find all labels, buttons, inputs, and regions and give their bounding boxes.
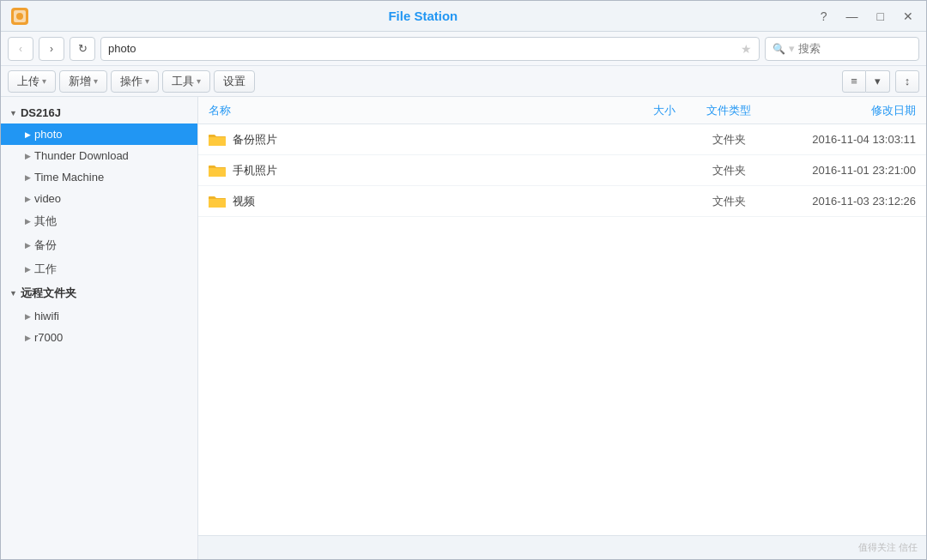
col-size-header[interactable]: 大小 [617, 103, 686, 118]
timemachine-expand-icon: ▶ [25, 173, 31, 182]
table-row[interactable]: 备份照片 文件夹 2016-11-04 13:03:11 [198, 124, 926, 155]
other-label: 其他 [34, 214, 57, 229]
sidebar-section-remote[interactable]: ▼ 远程文件夹 [1, 281, 197, 305]
address-input[interactable] [108, 42, 741, 55]
svg-point-2 [16, 13, 23, 20]
file-type-cell: 文件夹 [686, 163, 772, 178]
folder-icon [209, 164, 226, 178]
timemachine-label: Time Machine [34, 171, 104, 184]
search-dropdown-icon[interactable]: ▾ [789, 42, 795, 55]
thunder-label: Thunder Download [34, 149, 129, 162]
table-row[interactable]: 手机照片 文件夹 2016-11-01 23:21:00 [198, 155, 926, 186]
folder-icon [209, 133, 226, 147]
new-arrow: ▾ [94, 76, 98, 86]
new-button[interactable]: 新增 ▾ [59, 70, 107, 93]
main-content: ▼ DS216J ▶ photo ▶ Thunder Download ▶ Ti… [1, 97, 926, 559]
file-type-cell: 文件夹 [686, 132, 772, 148]
sidebar-item-thunder[interactable]: ▶ Thunder Download [1, 145, 197, 166]
file-date-cell: 2016-11-01 23:21:00 [772, 164, 926, 177]
navigation-toolbar: ‹ › ↻ ★ 🔍 ▾ [1, 32, 926, 66]
view-dropdown-button[interactable]: ▾ [866, 70, 890, 93]
filelist-body: 备份照片 文件夹 2016-11-04 13:03:11 手机照片 [198, 124, 926, 535]
sidebar-item-photo[interactable]: ▶ photo [1, 123, 197, 145]
sidebar-item-backup[interactable]: ▶ 备份 [1, 233, 197, 257]
file-list: 名称 大小 文件类型 修改日期 备份照片 文件夹 2 [198, 97, 926, 559]
minimize-button[interactable]: — [842, 8, 863, 25]
titlebar: File Station ? — □ ✕ [1, 1, 926, 32]
work-expand-icon: ▶ [25, 265, 31, 274]
sidebar: ▼ DS216J ▶ photo ▶ Thunder Download ▶ Ti… [1, 97, 198, 559]
file-date-cell: 2016-11-03 23:12:26 [772, 195, 926, 208]
thunder-expand-icon: ▶ [25, 152, 31, 160]
search-input[interactable] [798, 42, 884, 55]
sort-button[interactable]: ↕ [895, 70, 919, 93]
filelist-header: 名称 大小 文件类型 修改日期 [198, 97, 926, 124]
back-button[interactable]: ‹ [8, 37, 33, 61]
file-name-cell: 视频 [198, 194, 617, 209]
list-view-button[interactable]: ≡ [842, 70, 866, 93]
tools-arrow: ▾ [197, 76, 201, 86]
other-expand-icon: ▶ [25, 217, 31, 226]
file-date-cell: 2016-11-04 13:03:11 [772, 133, 926, 146]
view-button-group: ≡ ▾ [842, 70, 890, 93]
backup-label: 备份 [34, 238, 57, 253]
address-bar: ★ [100, 37, 760, 61]
hiwifi-expand-icon: ▶ [25, 312, 31, 321]
watermark-text: 值得关注 信任 [858, 541, 918, 554]
r7000-label: r7000 [34, 331, 63, 344]
photo-expand-icon: ▶ [25, 130, 31, 139]
hiwifi-label: hiwifi [34, 310, 59, 322]
app-icon [9, 6, 30, 27]
tools-button[interactable]: 工具 ▾ [162, 70, 210, 93]
file-name-cell: 备份照片 [198, 132, 617, 148]
sidebar-item-timemachine[interactable]: ▶ Time Machine [1, 166, 197, 188]
forward-button[interactable]: › [39, 37, 64, 61]
file-type-cell: 文件夹 [686, 194, 772, 209]
settings-button[interactable]: 设置 [214, 70, 255, 93]
upload-arrow: ▾ [42, 76, 46, 86]
window-title: File Station [30, 9, 816, 23]
close-button[interactable]: ✕ [899, 8, 918, 25]
ds216j-label: DS216J [21, 106, 61, 119]
favorite-icon[interactable]: ★ [741, 42, 752, 56]
search-icon: 🔍 [772, 43, 785, 55]
photo-label: photo [34, 128, 63, 141]
window-controls: ? — □ ✕ [816, 8, 918, 25]
sidebar-item-video[interactable]: ▶ video [1, 188, 197, 209]
search-bar: 🔍 ▾ [765, 37, 919, 61]
col-date-header[interactable]: 修改日期 [772, 103, 926, 118]
col-name-header[interactable]: 名称 [198, 103, 617, 118]
sidebar-item-work[interactable]: ▶ 工作 [1, 257, 197, 281]
statusbar: 值得关注 信任 [198, 535, 926, 559]
remote-collapse-icon: ▼ [9, 289, 17, 298]
table-row[interactable]: 视频 文件夹 2016-11-03 23:12:26 [198, 186, 926, 217]
folder-icon [209, 195, 226, 208]
view-controls: ≡ ▾ ↕ [842, 70, 919, 93]
backup-expand-icon: ▶ [25, 241, 31, 250]
action-arrow: ▾ [145, 76, 149, 86]
action-button[interactable]: 操作 ▾ [111, 70, 159, 93]
action-toolbar: 上传 ▾ 新增 ▾ 操作 ▾ 工具 ▾ 设置 ≡ ▾ ↕ [1, 66, 926, 97]
ds216j-collapse-icon: ▼ [9, 109, 17, 117]
upload-button[interactable]: 上传 ▾ [8, 70, 56, 93]
col-type-header[interactable]: 文件类型 [686, 103, 772, 118]
sidebar-item-r7000[interactable]: ▶ r7000 [1, 327, 197, 348]
r7000-expand-icon: ▶ [25, 334, 31, 342]
video-expand-icon: ▶ [25, 195, 31, 203]
remote-label: 远程文件夹 [21, 286, 76, 301]
maximize-button[interactable]: □ [873, 8, 888, 25]
sidebar-section-ds216j[interactable]: ▼ DS216J [1, 102, 197, 123]
file-name-cell: 手机照片 [198, 163, 617, 178]
video-label: video [34, 192, 61, 205]
work-label: 工作 [34, 262, 57, 277]
refresh-button[interactable]: ↻ [70, 37, 95, 61]
sidebar-item-hiwifi[interactable]: ▶ hiwifi [1, 305, 197, 327]
help-button[interactable]: ? [816, 8, 832, 25]
sidebar-item-other[interactable]: ▶ 其他 [1, 209, 197, 233]
